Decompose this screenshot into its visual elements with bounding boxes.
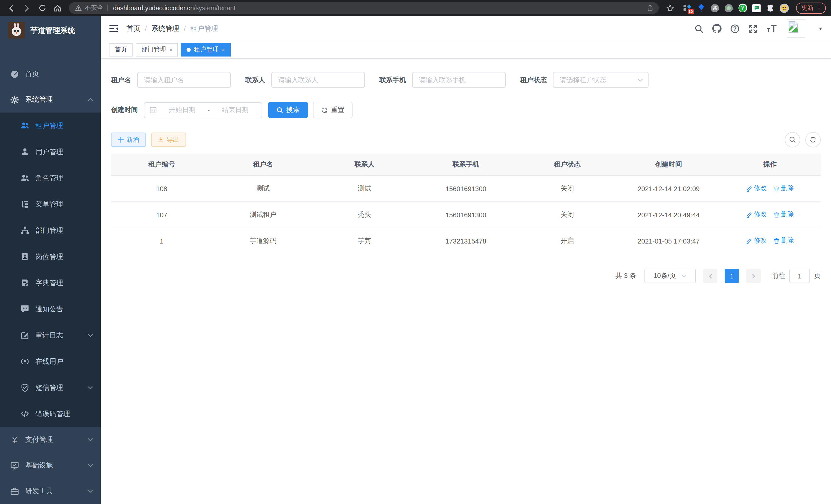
- extension-icon-boxes-diamond[interactable]: 10: [683, 3, 692, 12]
- tenant-name-input[interactable]: [137, 72, 231, 88]
- app-header: 首页 / 系统管理 / 租户管理: [101, 16, 831, 41]
- close-icon[interactable]: ×: [169, 47, 172, 53]
- tenant-status-select[interactable]: [553, 72, 649, 88]
- url-host: dashboard.yudao.iocoder.cn: [113, 4, 194, 11]
- cell-actions: 修改删除: [719, 202, 821, 228]
- breadcrumb-system[interactable]: 系统管理: [152, 24, 179, 33]
- yen-icon: ¥: [10, 436, 19, 444]
- page-number-1[interactable]: 1: [725, 269, 739, 283]
- filter-label: 租户状态: [520, 75, 547, 85]
- security-label[interactable]: 不安全: [85, 4, 103, 12]
- breadcrumb-home[interactable]: 首页: [126, 24, 140, 33]
- home-icon[interactable]: [51, 2, 64, 14]
- cell-actions: 修改删除: [719, 228, 821, 254]
- forward-icon[interactable]: [21, 2, 33, 14]
- browser-update-menu-button[interactable]: 更新 ⋮: [796, 2, 826, 13]
- extension-icon-command[interactable]: ⌘: [710, 3, 719, 12]
- sidebar-item-error-code[interactable]: 错误码管理: [0, 401, 101, 427]
- extension-icon-y-logo[interactable]: Y: [738, 3, 747, 12]
- reload-icon[interactable]: [36, 2, 48, 14]
- sidebar-item-user[interactable]: 用户管理: [0, 139, 101, 165]
- users-icon: [21, 174, 29, 182]
- edit-link[interactable]: 修改: [746, 184, 767, 193]
- sidebar-item-label: 基础设施: [25, 461, 87, 470]
- share-icon[interactable]: [647, 4, 654, 11]
- contact-mobile-input[interactable]: [412, 72, 506, 88]
- extension-icon-balloon[interactable]: [696, 3, 706, 12]
- url-bar[interactable]: 不安全 dashboard.yudao.iocoder.cn/system/te…: [69, 2, 659, 14]
- end-date-placeholder[interactable]: 结束日期: [214, 105, 256, 115]
- page-size-select[interactable]: 10条/页: [644, 269, 696, 283]
- avatar[interactable]: [787, 19, 805, 38]
- date-range-picker[interactable]: 开始日期 - 结束日期: [144, 102, 262, 118]
- filter-create-time: 创建时间 开始日期 - 结束日期: [111, 102, 262, 118]
- sidebar-item-audit-log[interactable]: 审计日志: [0, 322, 101, 348]
- delete-link[interactable]: 删除: [773, 237, 794, 245]
- sidebar-item-dict[interactable]: 字典管理: [0, 270, 101, 296]
- font-size-icon[interactable]: [766, 24, 777, 33]
- filter-label: 租户名: [111, 75, 131, 85]
- sidebar-item-payment[interactable]: ¥ 支付管理: [0, 427, 101, 453]
- sidebar-item-tenant[interactable]: 租户管理: [0, 113, 101, 139]
- delete-link[interactable]: 删除: [773, 210, 794, 219]
- extension-icon-chat[interactable]: [752, 3, 761, 12]
- show-search-toggle-button[interactable]: [785, 132, 800, 147]
- cell-tenant-id: 107: [111, 202, 212, 228]
- sidebar-item-dept[interactable]: 部门管理: [0, 217, 101, 243]
- sidebar-item-role[interactable]: 角色管理: [0, 165, 101, 191]
- search-button[interactable]: 搜索: [268, 102, 308, 118]
- tab-home[interactable]: 首页: [109, 43, 133, 56]
- close-icon[interactable]: ×: [222, 47, 225, 53]
- sidebar-collapse-icon[interactable]: [108, 23, 119, 34]
- sidebar-item-infrastructure[interactable]: 基础设施: [0, 453, 101, 478]
- contact-name-input[interactable]: [271, 72, 365, 88]
- sidebar-item-menu[interactable]: 菜单管理: [0, 191, 101, 217]
- update-label: 更新: [801, 4, 813, 12]
- refresh-table-button[interactable]: [805, 132, 821, 147]
- help-icon[interactable]: [730, 24, 740, 33]
- extension-icon-gray-green-dot[interactable]: [724, 3, 733, 12]
- next-page-button[interactable]: [746, 269, 761, 283]
- column-header: 创建时间: [618, 154, 719, 175]
- start-date-placeholder[interactable]: 开始日期: [161, 105, 203, 115]
- chevron-down-icon: [87, 488, 93, 494]
- sidebar-item-notice[interactable]: 通知公告: [0, 296, 101, 322]
- prev-page-button[interactable]: [703, 269, 717, 283]
- profile-avatar-icon[interactable]: [780, 3, 789, 12]
- sidebar-item-home[interactable]: 首页: [0, 61, 101, 87]
- edit-link[interactable]: 修改: [746, 210, 767, 219]
- reset-button[interactable]: 重置: [313, 102, 352, 118]
- back-icon[interactable]: [5, 2, 18, 14]
- app-logo[interactable]: 芋道管理系统: [0, 16, 101, 45]
- caret-down-icon[interactable]: ▼: [818, 26, 823, 31]
- filter-contact-mobile: 联系手机: [379, 72, 506, 88]
- column-header: 联系人: [314, 154, 415, 175]
- sidebar-item-system[interactable]: 系统管理: [0, 87, 101, 113]
- tenant-table: 租户编号 租户名 联系人 联系手机 租户状态 创建时间 操作 108 测试: [111, 154, 821, 254]
- search-icon[interactable]: [694, 24, 704, 33]
- chevron-left-icon: [708, 273, 713, 279]
- goto-page-input[interactable]: [790, 269, 810, 283]
- edit-link[interactable]: 修改: [746, 237, 767, 245]
- sidebar-item-sms[interactable]: 短信管理: [0, 375, 101, 401]
- export-button[interactable]: 导出: [151, 132, 186, 147]
- filter-tenant-status: 租户状态: [520, 72, 649, 88]
- fullscreen-icon[interactable]: [748, 24, 757, 33]
- refresh-icon: [321, 107, 328, 113]
- cell-contact-mobile: 15601691300: [415, 175, 517, 202]
- tab-dept[interactable]: 部门管理 ×: [136, 43, 178, 56]
- github-icon[interactable]: [712, 24, 721, 33]
- sidebar-item-dev-tools[interactable]: 研发工具: [0, 478, 101, 504]
- tab-tenant[interactable]: 租户管理 ×: [181, 43, 231, 56]
- add-button[interactable]: 新增: [111, 132, 146, 147]
- sidebar-item-post[interactable]: 岗位管理: [0, 243, 101, 270]
- cell-contact-mobile: 15601691300: [415, 202, 517, 228]
- sidebar-item-label: 部门管理: [35, 226, 93, 235]
- browser-menu-dots-icon: ⋮: [816, 5, 822, 11]
- delete-link[interactable]: 删除: [773, 184, 794, 193]
- sidebar-item-online-users[interactable]: 在线用户: [0, 348, 101, 375]
- broken-image-icon: [789, 21, 798, 33]
- bookmark-star-icon[interactable]: [664, 2, 676, 14]
- extensions-puzzle-icon[interactable]: [766, 3, 775, 12]
- table-header-row: 租户编号 租户名 联系人 联系手机 租户状态 创建时间 操作: [111, 154, 821, 175]
